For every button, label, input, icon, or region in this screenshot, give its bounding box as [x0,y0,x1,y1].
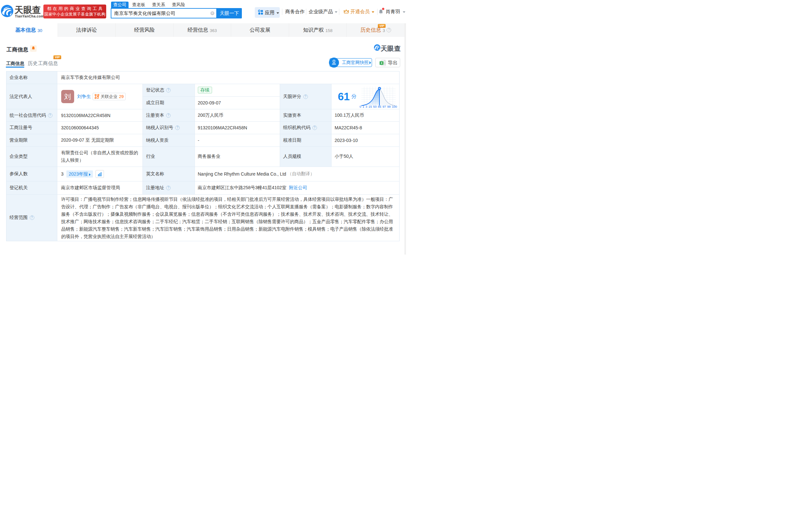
svg-text:X: X [381,61,383,64]
